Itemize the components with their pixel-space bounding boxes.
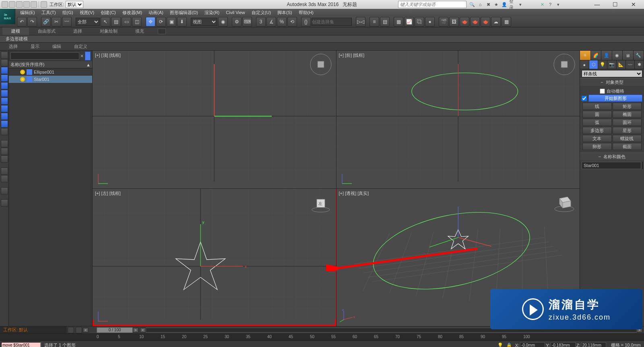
select-object-button[interactable]: ↖	[101, 17, 110, 27]
unlink-button[interactable]: ✂	[52, 17, 61, 27]
shapes-category[interactable]: ⬡	[589, 60, 599, 69]
subscription-icon[interactable]: ⌂	[477, 1, 483, 8]
scene-explorer-search-input[interactable]	[10, 52, 79, 60]
viewport-label[interactable]: [+] [顶] [线框]	[95, 52, 121, 58]
geometry-category[interactable]: ●	[580, 60, 589, 69]
align-button[interactable]: ≡	[369, 17, 379, 27]
object-color-swatch[interactable]	[642, 162, 643, 169]
filter-spacewarps-icon[interactable]	[1, 90, 8, 97]
arc-button[interactable]: 弧	[582, 119, 612, 126]
toggle-ribbon-button[interactable]: ▦	[394, 17, 403, 27]
help-dropdown-icon[interactable]: ▾	[555, 1, 561, 8]
render-activeshade-button[interactable]: 🫖	[481, 17, 490, 27]
material-editor-button[interactable]: ●	[425, 17, 435, 27]
maxscript-mini-listener[interactable]	[1, 342, 41, 347]
qat-redo-icon[interactable]	[31, 1, 37, 8]
ribbon-tab-objectpaint[interactable]: 对象绘制	[91, 27, 126, 35]
key-lock-icon[interactable]: 🔒	[505, 343, 514, 347]
community-icon[interactable]: ✕	[539, 1, 545, 8]
angle-snap-button[interactable]: ∡	[266, 17, 276, 27]
menu-create[interactable]: 创建(C)	[97, 9, 119, 16]
z-coord-input[interactable]	[581, 342, 606, 347]
redo-button[interactable]: ↷	[27, 17, 37, 27]
rectangle-button[interactable]: 矩形	[613, 103, 642, 110]
time-scroll-right[interactable]: >	[133, 328, 138, 333]
visibility-icon[interactable]	[20, 70, 25, 74]
reference-coord-dropdown[interactable]: 视图	[191, 18, 217, 26]
menu-tools[interactable]: 工具(T)	[38, 9, 59, 16]
visibility-icon[interactable]	[20, 77, 25, 82]
curve-editor-button[interactable]: 📈	[404, 17, 414, 27]
ribbon-minimize-button[interactable]	[158, 29, 166, 34]
scene-explorer-column-header[interactable]: 名称(按升序排序) ▲	[9, 61, 92, 68]
rollout-header[interactable]: 名称和颜色	[580, 153, 644, 160]
search-icon[interactable]: 🔍	[469, 1, 475, 8]
viewport-left[interactable]: [+] [左] [线框] x y 左	[93, 189, 336, 326]
qat-open-icon[interactable]	[9, 1, 15, 8]
line-button[interactable]: 线	[582, 103, 612, 110]
autogrid-checkbox[interactable]	[600, 89, 605, 94]
section-button[interactable]: 截面	[613, 143, 642, 150]
maximize-button[interactable]: ☐	[606, 0, 624, 9]
menu-views[interactable]: 视图(V)	[76, 9, 98, 16]
menu-customize[interactable]: 自定义(U)	[248, 9, 274, 16]
utilities-tab[interactable]: 🔧	[634, 51, 644, 60]
ribbon-tab-freeform[interactable]: 自由形式	[29, 27, 64, 35]
filter-bone-icon[interactable]	[1, 113, 8, 120]
viewport-front[interactable]: [+] [前] [线框]	[336, 51, 580, 188]
lights-category[interactable]: 💡	[598, 60, 607, 69]
rollout-header[interactable]: 对象类型	[580, 78, 644, 86]
sync-selection-icon[interactable]	[1, 199, 8, 207]
se-tab-edit[interactable]: 编辑	[46, 43, 68, 50]
circle-button[interactable]: 圆	[582, 111, 612, 118]
workspace-dropdown[interactable]: 默认	[66, 1, 83, 8]
favorite-icon[interactable]: ★	[493, 1, 500, 8]
filter-groups-icon[interactable]	[1, 97, 8, 105]
viewcube[interactable]	[552, 52, 576, 76]
display-influences-icon[interactable]	[1, 175, 8, 182]
signin-icon[interactable]: 👤	[501, 1, 508, 8]
viewport-label[interactable]: [+] [透视] [真实]	[339, 190, 369, 196]
select-move-button[interactable]: ✥	[146, 17, 155, 27]
qat-save-icon[interactable]	[16, 1, 23, 8]
qat-undo-icon[interactable]	[23, 1, 30, 8]
qat-new-icon[interactable]	[2, 1, 8, 8]
helpers-category[interactable]: 📐	[617, 60, 626, 69]
display-children-icon[interactable]	[1, 167, 8, 175]
render-setup-button[interactable]: 🎬	[439, 17, 448, 27]
ribbon-tab-populate[interactable]: 填充	[126, 27, 153, 35]
viewcube[interactable]	[552, 190, 576, 215]
signin-dropdown-icon[interactable]: ▾	[517, 1, 524, 8]
ribbon-tab-modeling[interactable]: 建模	[2, 27, 29, 35]
selection-filter-dropdown[interactable]: 全部	[76, 18, 100, 26]
display-invert-icon[interactable]	[1, 155, 8, 163]
systems-category[interactable]: ✱	[635, 60, 644, 69]
clear-search-icon[interactable]: ✕	[80, 53, 84, 59]
filter-shapes-icon[interactable]	[1, 59, 8, 66]
motion-tab[interactable]: ◉	[612, 51, 623, 60]
menu-help[interactable]: 帮助(H)	[295, 9, 317, 16]
object-name-input[interactable]	[582, 162, 641, 169]
viewcube[interactable]	[309, 52, 333, 76]
view-options-icon[interactable]	[85, 52, 91, 60]
x-coord-input[interactable]	[520, 342, 545, 347]
layers-toolbar-button[interactable]: ▤	[380, 17, 390, 27]
ellipse-button[interactable]: 椭圆	[613, 111, 642, 118]
menu-modifiers[interactable]: 修改器(M)	[119, 9, 146, 16]
menu-group[interactable]: 组(G)	[59, 9, 76, 16]
menu-rendering[interactable]: 渲染(R)	[201, 9, 223, 16]
filter-cameras-icon[interactable]	[1, 74, 8, 82]
keyboard-shortcut-button[interactable]: ⌨	[242, 17, 252, 27]
render-iterative-button[interactable]: 🫖	[470, 17, 480, 27]
display-tab[interactable]: 🖥	[623, 51, 634, 60]
ngon-button[interactable]: 多边形	[582, 127, 612, 134]
spinner-snap-button[interactable]: ⟲	[287, 17, 297, 27]
se-tab-customize[interactable]: 自定义	[68, 43, 94, 50]
undo-button[interactable]: ↶	[17, 17, 27, 27]
window-crossing-button[interactable]: ◫	[132, 17, 142, 27]
select-manipulate-button[interactable]: ⚙	[232, 17, 242, 27]
use-pivot-center-button[interactable]: ◉	[218, 17, 228, 27]
selection-set-icon[interactable]	[1, 187, 8, 194]
render-production-button[interactable]: 🫖	[460, 17, 469, 27]
start-new-shape-button[interactable]: 开始新图形	[588, 95, 642, 102]
